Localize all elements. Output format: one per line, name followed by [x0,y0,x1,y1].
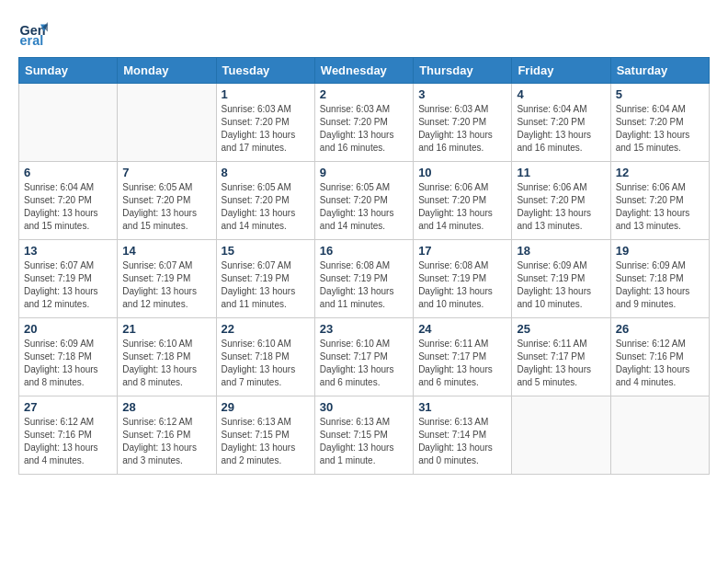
calendar-cell: 6Sunrise: 6:04 AM Sunset: 7:20 PM Daylig… [19,162,118,240]
calendar-cell: 26Sunrise: 6:12 AM Sunset: 7:16 PM Dayli… [610,318,709,396]
day-detail: Sunrise: 6:03 AM Sunset: 7:20 PM Dayligh… [418,103,506,155]
day-detail: Sunrise: 6:09 AM Sunset: 7:19 PM Dayligh… [517,259,605,311]
day-detail: Sunrise: 6:09 AM Sunset: 7:18 PM Dayligh… [24,338,112,389]
day-number: 10 [418,166,506,179]
day-detail: Sunrise: 6:06 AM Sunset: 7:20 PM Dayligh… [517,181,605,233]
calendar-cell: 20Sunrise: 6:09 AM Sunset: 7:18 PM Dayli… [19,318,118,396]
day-detail: Sunrise: 6:12 AM Sunset: 7:16 PM Dayligh… [122,416,210,467]
day-number: 22 [222,322,310,336]
calendar-cell: 15Sunrise: 6:07 AM Sunset: 7:19 PM Dayli… [216,240,314,318]
day-number: 15 [222,244,310,258]
day-number: 28 [122,400,210,414]
weekday-header-tuesday: Tuesday [216,58,314,84]
calendar-cell: 30Sunrise: 6:13 AM Sunset: 7:15 PM Dayli… [314,396,413,475]
day-number: 6 [24,166,112,179]
calendar-cell: 5Sunrise: 6:04 AM Sunset: 7:20 PM Daylig… [610,84,709,162]
day-detail: Sunrise: 6:11 AM Sunset: 7:17 PM Dayligh… [418,338,506,389]
weekday-header-wednesday: Wednesday [314,58,413,84]
day-number: 12 [616,166,704,179]
day-detail: Sunrise: 6:05 AM Sunset: 7:20 PM Dayligh… [122,181,210,233]
calendar-cell [512,396,610,475]
day-number: 18 [517,244,605,258]
day-detail: Sunrise: 6:13 AM Sunset: 7:15 PM Dayligh… [222,416,310,467]
day-detail: Sunrise: 6:07 AM Sunset: 7:19 PM Dayligh… [24,259,112,311]
day-number: 8 [222,166,310,179]
day-detail: Sunrise: 6:11 AM Sunset: 7:17 PM Dayligh… [517,338,605,389]
calendar-week-0: 1Sunrise: 6:03 AM Sunset: 7:20 PM Daylig… [19,84,710,162]
calendar-cell: 7Sunrise: 6:05 AM Sunset: 7:20 PM Daylig… [118,162,216,240]
day-detail: Sunrise: 6:09 AM Sunset: 7:18 PM Dayligh… [616,259,704,311]
calendar-cell: 19Sunrise: 6:09 AM Sunset: 7:18 PM Dayli… [610,240,709,318]
day-number: 2 [320,87,408,101]
calendar-header-row: SundayMondayTuesdayWednesdayThursdayFrid… [19,58,710,84]
day-number: 27 [24,400,112,414]
day-number: 29 [222,400,310,414]
calendar-cell: 31Sunrise: 6:13 AM Sunset: 7:14 PM Dayli… [414,396,512,475]
day-detail: Sunrise: 6:10 AM Sunset: 7:18 PM Dayligh… [122,338,210,389]
day-number: 16 [320,244,408,258]
logo-icon: Gen eral [18,18,48,48]
day-detail: Sunrise: 6:12 AM Sunset: 7:16 PM Dayligh… [24,416,112,467]
day-number: 13 [24,244,112,258]
calendar-cell: 12Sunrise: 6:06 AM Sunset: 7:20 PM Dayli… [610,162,709,240]
day-detail: Sunrise: 6:07 AM Sunset: 7:19 PM Dayligh… [222,259,310,311]
day-detail: Sunrise: 6:10 AM Sunset: 7:18 PM Dayligh… [222,338,310,389]
day-detail: Sunrise: 6:13 AM Sunset: 7:15 PM Dayligh… [320,416,408,467]
day-number: 26 [616,322,704,336]
day-number: 30 [320,400,408,414]
calendar-cell: 23Sunrise: 6:10 AM Sunset: 7:17 PM Dayli… [314,318,413,396]
calendar-cell: 11Sunrise: 6:06 AM Sunset: 7:20 PM Dayli… [512,162,610,240]
calendar-week-2: 13Sunrise: 6:07 AM Sunset: 7:19 PM Dayli… [19,240,710,318]
day-detail: Sunrise: 6:13 AM Sunset: 7:14 PM Dayligh… [418,416,506,467]
day-number: 31 [418,400,506,414]
weekday-header-saturday: Saturday [610,58,709,84]
day-number: 21 [122,322,210,336]
calendar-cell: 9Sunrise: 6:05 AM Sunset: 7:20 PM Daylig… [314,162,413,240]
day-detail: Sunrise: 6:04 AM Sunset: 7:20 PM Dayligh… [616,103,704,155]
logo: Gen eral [18,18,51,48]
calendar-cell: 18Sunrise: 6:09 AM Sunset: 7:19 PM Dayli… [512,240,610,318]
weekday-header-thursday: Thursday [414,58,512,84]
day-number: 14 [122,244,210,258]
calendar-cell: 13Sunrise: 6:07 AM Sunset: 7:19 PM Dayli… [19,240,118,318]
day-detail: Sunrise: 6:12 AM Sunset: 7:16 PM Dayligh… [616,338,704,389]
weekday-header-sunday: Sunday [19,58,118,84]
calendar-cell: 25Sunrise: 6:11 AM Sunset: 7:17 PM Dayli… [512,318,610,396]
calendar-cell: 8Sunrise: 6:05 AM Sunset: 7:20 PM Daylig… [216,162,314,240]
day-detail: Sunrise: 6:03 AM Sunset: 7:20 PM Dayligh… [320,103,408,155]
calendar-week-3: 20Sunrise: 6:09 AM Sunset: 7:18 PM Dayli… [19,318,710,396]
day-number: 5 [616,87,704,101]
day-detail: Sunrise: 6:06 AM Sunset: 7:20 PM Dayligh… [418,181,506,233]
weekday-header-monday: Monday [118,58,216,84]
svg-text:eral: eral [20,33,44,48]
day-detail: Sunrise: 6:06 AM Sunset: 7:20 PM Dayligh… [616,181,704,233]
calendar-cell: 14Sunrise: 6:07 AM Sunset: 7:19 PM Dayli… [118,240,216,318]
calendar-cell: 2Sunrise: 6:03 AM Sunset: 7:20 PM Daylig… [314,84,413,162]
calendar-cell: 1Sunrise: 6:03 AM Sunset: 7:20 PM Daylig… [216,84,314,162]
calendar-cell [19,84,118,162]
day-detail: Sunrise: 6:04 AM Sunset: 7:20 PM Dayligh… [517,103,605,155]
day-detail: Sunrise: 6:07 AM Sunset: 7:19 PM Dayligh… [122,259,210,311]
calendar-cell: 10Sunrise: 6:06 AM Sunset: 7:20 PM Dayli… [414,162,512,240]
calendar-cell: 24Sunrise: 6:11 AM Sunset: 7:17 PM Dayli… [414,318,512,396]
day-number: 23 [320,322,408,336]
day-detail: Sunrise: 6:05 AM Sunset: 7:20 PM Dayligh… [222,181,310,233]
calendar-cell: 28Sunrise: 6:12 AM Sunset: 7:16 PM Dayli… [118,396,216,475]
day-number: 4 [517,87,605,101]
calendar-cell: 29Sunrise: 6:13 AM Sunset: 7:15 PM Dayli… [216,396,314,475]
day-number: 17 [418,244,506,258]
calendar-cell: 4Sunrise: 6:04 AM Sunset: 7:20 PM Daylig… [512,84,610,162]
calendar-week-1: 6Sunrise: 6:04 AM Sunset: 7:20 PM Daylig… [19,162,710,240]
day-detail: Sunrise: 6:08 AM Sunset: 7:19 PM Dayligh… [320,259,408,311]
calendar-cell: 3Sunrise: 6:03 AM Sunset: 7:20 PM Daylig… [414,84,512,162]
calendar-cell: 17Sunrise: 6:08 AM Sunset: 7:19 PM Dayli… [414,240,512,318]
day-number: 11 [517,166,605,179]
day-number: 3 [418,87,506,101]
day-detail: Sunrise: 6:05 AM Sunset: 7:20 PM Dayligh… [320,181,408,233]
day-detail: Sunrise: 6:08 AM Sunset: 7:19 PM Dayligh… [418,259,506,311]
day-detail: Sunrise: 6:10 AM Sunset: 7:17 PM Dayligh… [320,338,408,389]
calendar-cell: 27Sunrise: 6:12 AM Sunset: 7:16 PM Dayli… [19,396,118,475]
calendar-week-4: 27Sunrise: 6:12 AM Sunset: 7:16 PM Dayli… [19,396,710,475]
page-header: Gen eral [18,18,710,48]
day-number: 19 [616,244,704,258]
